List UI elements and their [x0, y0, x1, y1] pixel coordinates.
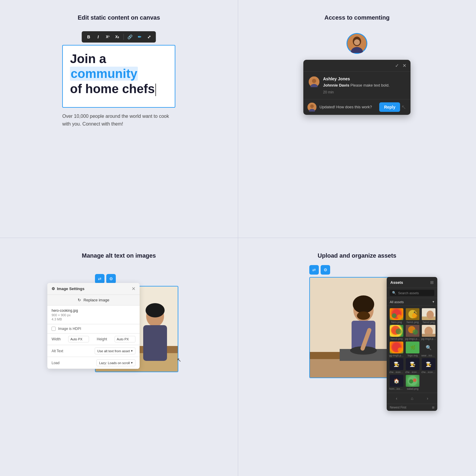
nav-next-btn[interactable]: ›	[425, 395, 430, 401]
image-ctrl-settings[interactable]: ⚙	[106, 274, 116, 284]
width-input[interactable]: Auto PX	[68, 336, 89, 342]
comment-time: 20 min	[323, 90, 405, 94]
image-settings-panel: ⚙ Image Settings ✕ ↻ Replace image hero-…	[47, 283, 140, 369]
assets-panel: Assets ⊞ 🔍 Search assets All assets ▾	[387, 277, 437, 411]
asset-item-hero[interactable]: hero.png	[389, 308, 404, 324]
subscript-button[interactable]: X₂	[113, 33, 121, 41]
asset-label-pg-img1: pg-img1.png	[405, 337, 420, 340]
reply-button[interactable]: Reply	[379, 102, 400, 112]
asset-label-salad: salad.png	[407, 387, 419, 390]
assets-panel-title: Assets	[390, 280, 403, 285]
asset-item-hom-icon[interactable]: 🏠 hom...icon.svg	[389, 375, 404, 390]
edit-button[interactable]: ✏	[136, 33, 143, 41]
load-label: Load	[51, 361, 60, 365]
load-row: Load Lazy: Loads on scroll ▾	[47, 357, 140, 369]
cell-title-upload: Upload and organize assets	[256, 252, 458, 259]
home-glyph-icon: 🏠	[394, 378, 399, 384]
expand-button[interactable]: ⤢	[145, 33, 153, 41]
asset-thumb-pg-img3	[422, 325, 436, 337]
asset-thumb-che-icon3: 👩‍🍳	[422, 358, 436, 370]
superscript-button[interactable]: X²	[104, 33, 112, 41]
assets-expand-icon[interactable]: ⊞	[430, 280, 434, 285]
svg-point-5	[312, 79, 316, 83]
asset-item-che-icon1[interactable]: 👨‍🍳 che...icon.svg	[389, 358, 404, 374]
hero-text-community: community	[70, 67, 138, 81]
height-label: Height	[97, 337, 107, 341]
comment-reply-row: Updated! How does this work? Reply ↖	[303, 99, 411, 115]
cell-title-edit: Edit static content on canvas	[18, 14, 220, 21]
image-demo: ⇄ ⚙ ⚙ Image Settings ✕ ↻ Replace image	[18, 271, 220, 372]
svg-point-26	[357, 311, 370, 320]
asset-thumb-hero2	[422, 308, 436, 320]
asset-thumb-logo: 🌿	[406, 342, 419, 353]
svg-point-38	[427, 311, 434, 319]
cell-commenting: Access to commenting ✓ ✕	[238, 0, 476, 238]
asset-thumb-gg-img5	[390, 342, 403, 353]
close-panel-icon[interactable]: ✕	[402, 63, 406, 68]
sort-grid-icon[interactable]: ⊞	[432, 406, 434, 409]
comment-panel: ✓ ✕ Ashley Jones Johnnie Davi	[303, 60, 411, 115]
user-avatar-bubble	[347, 33, 367, 54]
asset-item-hero1[interactable]: hero1.png	[405, 308, 420, 324]
alt-text-value: Use alt text from asset	[97, 349, 130, 353]
height-input[interactable]: Auto PX	[115, 336, 135, 342]
asset-label-sear-icon: sear...icon.svg	[421, 354, 436, 357]
italic-button[interactable]: I	[94, 33, 102, 41]
text-editor-box[interactable]: Join a community of home chefs	[62, 45, 175, 108]
panel-close-icon[interactable]: ✕	[132, 286, 135, 292]
reply-avatar	[308, 103, 316, 112]
asset-ctrl-replace[interactable]: ⇄	[309, 265, 319, 275]
width-input-group: Auto PX	[68, 336, 89, 342]
svg-point-32	[397, 314, 401, 319]
cursor-icon: ↖	[401, 104, 406, 111]
comment-panel-header: ✓ ✕	[303, 60, 411, 72]
nav-prev-btn[interactable]: ‹	[394, 395, 399, 401]
asset-item-gg-img5[interactable]: gg-img5.png	[389, 342, 404, 357]
asset-item-salad[interactable]: salad.png	[405, 375, 420, 390]
svg-point-43	[413, 329, 418, 335]
chevron-down-load-icon: ▾	[131, 361, 133, 365]
chef-glyph-icon-1: 👨‍🍳	[394, 361, 399, 367]
assets-search-box[interactable]: 🔍 Search assets	[390, 290, 434, 296]
cursor-arrow-icon: ↖	[177, 357, 181, 363]
asset-label-gg-img5: gg-img5.png	[389, 354, 404, 357]
image-ctrl-replace[interactable]: ⇄	[95, 274, 104, 284]
width-label: Width	[51, 337, 61, 341]
asset-item-che-icon3[interactable]: 👩‍🍳 che...icon.svg	[421, 358, 436, 374]
asset-ctrl-settings[interactable]: ⚙	[321, 265, 330, 275]
svg-point-8	[310, 104, 314, 108]
asset-thumb-sear-icon: 🔍	[422, 342, 436, 353]
hdpi-checkbox[interactable]	[51, 327, 56, 331]
svg-rect-14	[143, 325, 167, 361]
search-placeholder: Search assets	[398, 291, 419, 295]
asset-item-hero2[interactable]: hero2.png	[421, 308, 436, 324]
load-value: Lazy: Loads on scroll	[99, 361, 130, 365]
alt-text-row: Alt Text Use alt text from asset ▾	[47, 345, 140, 357]
asset-item-pg-img1[interactable]: pg-img1.png	[405, 325, 420, 340]
sort-label[interactable]: Newest First	[390, 406, 406, 409]
assets-demo: ⇄ ⚙	[256, 271, 458, 378]
asset-image-controls: ⇄ ⚙	[309, 265, 330, 275]
asset-item-pg-img3[interactable]: pg-img3.png	[421, 325, 436, 340]
check-icon[interactable]: ✓	[395, 63, 399, 68]
comment-avatar	[309, 76, 319, 87]
asset-item-sear-icon[interactable]: 🔍 sear...icon.svg	[421, 342, 436, 357]
alt-text-select[interactable]: Use alt text from asset ▾	[95, 347, 135, 354]
asset-item-logo[interactable]: 🌿 logo.svg	[405, 342, 420, 357]
all-assets-label: All assets	[390, 300, 404, 304]
logo-text: 🌿	[410, 345, 415, 350]
search-glyph-icon: 🔍	[426, 345, 432, 350]
replace-image-button[interactable]: ↻ Replace image	[47, 295, 140, 306]
hero-text-join: Join a	[70, 52, 106, 66]
file-dimensions: 900 × 900 px	[51, 313, 135, 317]
link-button[interactable]: 🔗	[126, 33, 134, 41]
load-select[interactable]: Lazy: Loads on scroll ▾	[96, 359, 135, 366]
assets-panel-header: Assets ⊞	[387, 277, 437, 288]
nav-home-btn[interactable]: ⌂	[409, 395, 415, 401]
asset-item-hero3[interactable]: hero3.png	[389, 325, 404, 340]
comment-content: Ashley Jones Johnnie Davis Please make t…	[323, 76, 405, 94]
svg-point-40	[396, 328, 402, 334]
chef-glyph-icon-3: 👩‍🍳	[426, 361, 432, 367]
bold-button[interactable]: B	[85, 33, 93, 41]
asset-item-che-icon2[interactable]: 👨‍🍳 che...icon.svg	[405, 358, 420, 374]
